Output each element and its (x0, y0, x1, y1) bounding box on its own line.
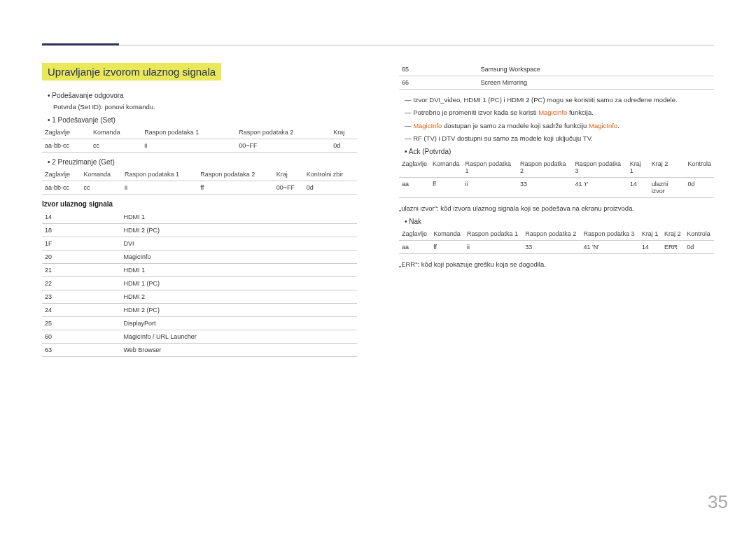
th: Kontrola (685, 157, 714, 178)
th: Zaglavlje (399, 227, 430, 241)
th: Komanda (90, 126, 141, 139)
table-row: 20MagicInfo (42, 251, 357, 264)
highlight-magicinfo: MagicInfo (538, 108, 567, 116)
th: Komanda (430, 227, 464, 241)
td-label: HDMI 1 (121, 264, 358, 277)
top-accent-bar (42, 43, 119, 45)
err-note: „ERR": kôd koji pokazuje grešku koja se … (399, 260, 714, 269)
dash-icon: ― (405, 108, 413, 116)
highlight-magicinfo: MagicInfo (413, 122, 442, 129)
dash-icon: ― (405, 134, 413, 142)
table-row: Zaglavlje Komanda Raspon podatka 1 Raspo… (399, 157, 714, 178)
table-ack: Zaglavlje Komanda Raspon podatka 1 Raspo… (399, 157, 714, 198)
td-label: MagicInfo / URL Launcher (121, 330, 358, 344)
bullet-get: 2 Preuzimanje (Get) (48, 158, 357, 166)
td-code: 24 (42, 304, 121, 317)
td-code: 66 (399, 76, 478, 90)
td-code: 18 (42, 224, 121, 237)
highlight-magicinfo: MagicInfo (589, 122, 617, 129)
table-row: 66Screen Mirroring (399, 76, 714, 90)
th: Komanda (80, 168, 122, 181)
note-mid: „ulazni izvor": kôd izvora ulaznog signa… (399, 204, 714, 213)
bullet-ack: • Ack (Potvrda) (405, 148, 714, 155)
table-row: 25DisplayPort (42, 317, 357, 330)
td: 41 'r' (572, 178, 626, 198)
th: Raspon podataka 2 (236, 126, 330, 139)
th: Zaglavlje (42, 126, 90, 139)
table-nak: Zaglavlje Komanda Raspon podatka 1 Raspo… (399, 227, 714, 254)
page-number: 35 (708, 491, 728, 513)
td: ulazni izvor (649, 178, 685, 198)
table-input-sources-cont: 65Samsung Workspace66Screen Mirroring (399, 63, 714, 90)
td-label: DisplayPort (121, 317, 358, 330)
document-page: Upravljanje izvorom ulaznog signala Pode… (0, 0, 756, 534)
td: 0d (684, 241, 714, 254)
th: Raspon podatka 2 (522, 227, 580, 241)
td: ff (197, 181, 273, 195)
table-row: 14HDMI 1 (42, 211, 357, 224)
td-code: 25 (42, 317, 121, 330)
table-row: 18HDMI 2 (PC) (42, 224, 357, 237)
th: Komanda (430, 157, 463, 178)
table-row: Zaglavlje Komanda Raspon podataka 1 Rasp… (42, 126, 357, 139)
th: Raspon podatka 1 (464, 227, 522, 241)
td: 00~FF (236, 139, 330, 153)
table-row: Zaglavlje Komanda Raspon podatka 1 Raspo… (399, 227, 714, 241)
td: aa (399, 178, 430, 198)
table-row: Zaglavlje Komanda Raspon podataka 1 Rasp… (42, 168, 357, 181)
table-set: Zaglavlje Komanda Raspon podataka 1 Rasp… (42, 126, 357, 153)
td-label: Web Browser (121, 344, 358, 357)
th: Kraj 2 (649, 157, 685, 178)
td-label: HDMI 1 (PC) (121, 277, 358, 290)
th: Raspon podatka 1 (463, 157, 517, 178)
td: ii (141, 139, 236, 153)
th: Raspon podatka 3 (580, 227, 638, 241)
table-row: 60MagicInfo / URL Launcher (42, 330, 357, 344)
td: aa-bb-cc (42, 139, 90, 153)
note-line: ― RF (TV) i DTV dostupni su samo za mode… (405, 134, 714, 143)
table-row: aa-bb-cc cc ii 00~FF 0d (42, 139, 357, 153)
td-code: 14 (42, 211, 121, 224)
table-row: 24HDMI 2 (PC) (42, 304, 357, 317)
dash-icon: ― (405, 96, 413, 104)
td-code: 63 (42, 344, 121, 357)
table-row: 23HDMI 2 (42, 290, 357, 304)
td: 00~FF (274, 181, 304, 195)
th: Raspon podatka 2 (517, 157, 572, 178)
th: Kraj (274, 168, 304, 181)
td-label: Screen Mirroring (478, 76, 715, 90)
th: Kraj 2 (662, 227, 684, 241)
td: 33 (522, 241, 580, 254)
td: cc (90, 139, 141, 153)
td-label: DVI (121, 237, 358, 251)
table-row: 1FDVI (42, 237, 357, 251)
td-code: 1F (42, 237, 121, 251)
td-label: HDMI 1 (121, 211, 358, 224)
table-row: aa-bb-cc cc ii ff 00~FF 0d (42, 181, 357, 195)
th: Kraj (330, 126, 357, 139)
td: ii (463, 178, 517, 198)
th: Kraj 1 (627, 157, 649, 178)
th: Kontrolni zbir (304, 168, 357, 181)
bullet-nak: • Nak (405, 218, 714, 225)
th: Zaglavlje (42, 168, 80, 181)
th: Zaglavlje (399, 157, 430, 178)
td: 33 (517, 178, 572, 198)
bullet-function: Podešavanje odgovora (48, 92, 357, 99)
table-get: Zaglavlje Komanda Raspon podataka 1 Rasp… (42, 168, 357, 195)
table-row: aa ff ii 33 41 'N' 14 ERR 0d (399, 241, 714, 254)
td: cc (80, 181, 122, 195)
td: 41 'N' (580, 241, 638, 254)
note-line: ― Izvor DVI_video, HDMI 1 (PC) i HDMI 2 … (405, 95, 714, 105)
td: 0d (330, 139, 357, 153)
section-title-highlight: Upravljanje izvorom ulaznog signala (42, 63, 221, 80)
td-label: HDMI 2 (PC) (121, 224, 358, 237)
td: ii (464, 241, 522, 254)
dash-icon: ― (405, 122, 413, 129)
notes-block: ― Izvor DVI_video, HDMI 1 (PC) i HDMI 2 … (399, 95, 714, 143)
td-label: Samsung Workspace (478, 63, 715, 76)
td: ERR (662, 241, 684, 254)
note-line: ― MagicInfo dostupan je samo za modele k… (405, 121, 714, 131)
two-column-layout: Upravljanje izvorom ulaznog signala Pode… (42, 63, 714, 363)
td-code: 23 (42, 290, 121, 304)
